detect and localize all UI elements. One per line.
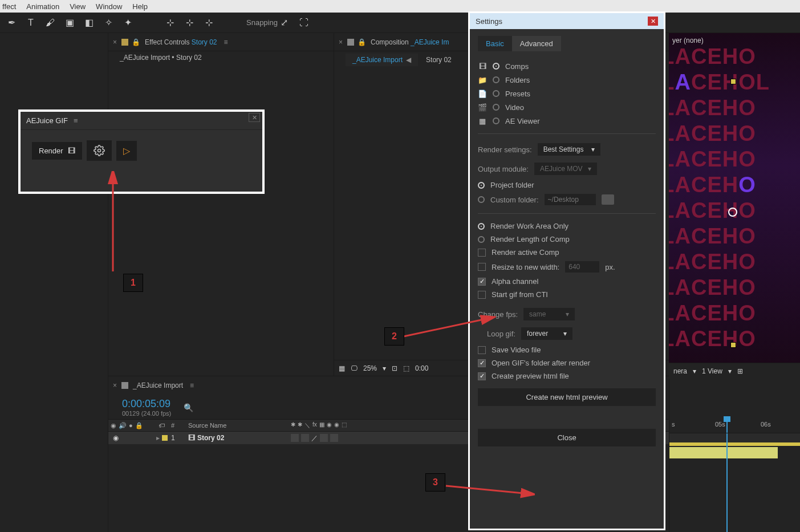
comp-time[interactable]: 0:00 — [415, 364, 428, 372]
switch-icon[interactable]: ✱ — [291, 421, 295, 429]
check-start-cti[interactable] — [478, 291, 486, 299]
render-button[interactable]: Render 🎞 — [32, 142, 82, 160]
switch-icon[interactable]: ✱ — [298, 421, 302, 429]
radio-aeviewer[interactable] — [493, 117, 500, 124]
anchor-marker[interactable] — [730, 342, 736, 348]
camera-label[interactable]: nera — [673, 367, 687, 375]
axis-local-icon[interactable]: ⊹ — [163, 16, 177, 30]
preview-button[interactable]: ▷ — [116, 141, 137, 161]
dropdown-icon[interactable]: ▾ — [728, 367, 732, 375]
create-preview-button[interactable]: Create new html preview — [478, 388, 656, 406]
snapping-label[interactable]: Snapping — [246, 18, 278, 27]
check-create-preview[interactable]: ✓ — [478, 372, 486, 380]
check-active-comp[interactable] — [478, 249, 486, 257]
browse-folder-icon[interactable] — [602, 194, 614, 205]
radio-custom-folder[interactable] — [478, 196, 485, 203]
menu-effect[interactable]: ffect — [2, 2, 16, 11]
close-icon[interactable]: ✕ — [648, 17, 658, 26]
view-count[interactable]: 1 View — [702, 367, 722, 375]
panel-menu-icon[interactable]: ≡ — [190, 381, 194, 389]
resolution-icon[interactable]: ⊡ — [392, 364, 397, 372]
custom-folder-input[interactable] — [545, 194, 596, 205]
panel-menu-icon[interactable]: ≡ — [74, 116, 78, 125]
snap-box-icon[interactable]: ⛶ — [297, 16, 311, 30]
solo-icon[interactable]: ● — [129, 422, 133, 429]
loop-gif-select[interactable]: forever▾ — [521, 327, 572, 340]
pen-tool-icon[interactable]: ✒ — [5, 16, 18, 30]
close-icon[interactable]: × — [113, 381, 117, 389]
type-tool-icon[interactable]: T — [24, 16, 38, 30]
menu-help[interactable]: Help — [132, 2, 148, 11]
radio-work-area[interactable] — [478, 223, 485, 230]
tab-advanced[interactable]: Advanced — [512, 36, 561, 51]
dropdown-icon[interactable]: ▾ — [383, 364, 386, 372]
check-alpha[interactable]: ✓ — [478, 278, 486, 286]
menu-view[interactable]: View — [70, 2, 86, 11]
render-settings-select[interactable]: Best Settings▾ — [538, 143, 600, 156]
lock-col-icon[interactable]: 🔒 — [135, 422, 143, 429]
zoom-level[interactable]: 25% — [363, 364, 377, 372]
radio-video[interactable] — [493, 104, 500, 111]
lock-icon[interactable]: 🔒 — [358, 38, 366, 46]
switch-icon[interactable]: fx — [312, 421, 317, 429]
dropdown-icon[interactable]: ▾ — [693, 367, 696, 375]
audio-icon[interactable]: 🔊 — [119, 422, 127, 429]
settings-button[interactable] — [87, 140, 112, 161]
eraser-tool-icon[interactable]: ◧ — [82, 16, 96, 30]
anchor-point-icon[interactable] — [728, 208, 737, 217]
output-module-select[interactable]: AEJuice MOV▾ — [534, 163, 597, 175]
switch-icon[interactable]: ◉ — [334, 421, 339, 429]
switch-icon[interactable]: ▦ — [319, 421, 324, 429]
close-icon[interactable]: ✕ — [249, 113, 260, 122]
resize-input[interactable] — [565, 261, 599, 273]
grid-icon[interactable]: ▦ — [339, 364, 345, 372]
comp-tab-aejuice[interactable]: _AEJuice Import◀ — [346, 54, 418, 66]
layer-name[interactable]: Story 02 — [197, 434, 224, 442]
anchor-marker[interactable] — [730, 79, 736, 84]
check-open-folder[interactable]: ✓ — [478, 359, 486, 367]
timecode[interactable]: 0:00:05:09 — [122, 398, 171, 410]
eye-icon[interactable]: ◉ — [111, 434, 121, 442]
switch-icon[interactable]: ⬚ — [342, 421, 347, 429]
stamp-tool-icon[interactable]: ▣ — [63, 16, 76, 30]
layer-track[interactable] — [669, 447, 778, 458]
radio-project-folder[interactable] — [478, 182, 485, 189]
settings-titlebar[interactable]: Settings ✕ — [470, 13, 664, 29]
menu-window[interactable]: Window — [96, 2, 122, 11]
grid-icon: ▦ — [478, 116, 487, 125]
snap-icon[interactable]: ⤢ — [278, 16, 291, 30]
close-icon[interactable]: × — [113, 38, 117, 46]
radio-length-comp[interactable] — [478, 236, 485, 243]
composition-link[interactable]: _AEJuice Im — [411, 38, 449, 46]
check-resize[interactable] — [478, 263, 486, 271]
switch-icon[interactable]: ◉ — [327, 421, 332, 429]
visibility-icon[interactable]: ◉ — [111, 422, 116, 429]
search-icon[interactable]: 🔍 — [184, 403, 193, 412]
close-button[interactable]: Close — [478, 429, 656, 446]
brush-tool-icon[interactable]: 🖌 — [43, 16, 57, 30]
check-save-video[interactable] — [478, 346, 486, 354]
change-fps-select[interactable]: same▾ — [523, 308, 575, 320]
lock-icon[interactable]: 🔒 — [132, 38, 140, 46]
effect-controls-link[interactable]: Story 02 — [192, 38, 217, 46]
roto-tool-icon[interactable]: ✧ — [101, 16, 115, 30]
comp-tab-story02[interactable]: Story 02 — [419, 54, 458, 66]
view-options-icon[interactable]: ⊞ — [737, 367, 743, 375]
radio-folders[interactable] — [493, 76, 500, 83]
region-icon[interactable]: ⬚ — [403, 364, 409, 372]
menu-animation[interactable]: Animation — [26, 2, 59, 11]
radio-comps[interactable] — [493, 63, 500, 70]
menubar[interactable]: ffect Animation View Window Help — [0, 0, 800, 13]
radio-presets[interactable] — [493, 90, 500, 97]
axis-world-icon[interactable]: ⊹ — [182, 16, 196, 30]
switch-icon[interactable]: ＼ — [304, 421, 310, 429]
close-icon[interactable]: × — [339, 38, 343, 46]
monitor-icon[interactable]: 🖵 — [351, 364, 358, 372]
output-module-label: Output module: — [478, 165, 529, 173]
axis-view-icon[interactable]: ⊹ — [202, 16, 216, 30]
panel-menu-icon[interactable]: ≡ — [224, 38, 228, 46]
playhead[interactable] — [726, 417, 728, 433]
pin-tool-icon[interactable]: ✦ — [121, 16, 135, 30]
tab-basic[interactable]: Basic — [478, 36, 512, 51]
time-ruler[interactable]: s 05s 06s — [669, 417, 800, 433]
